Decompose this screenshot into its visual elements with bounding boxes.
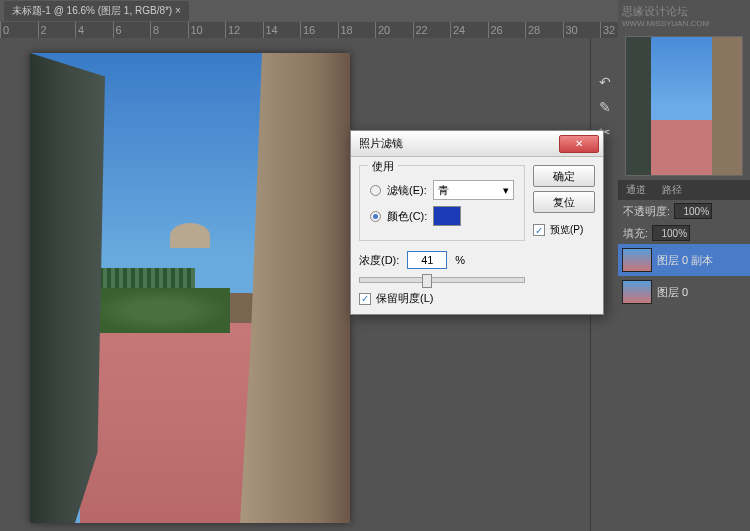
density-input[interactable] xyxy=(407,251,447,269)
fill-label: 填充: xyxy=(623,226,648,241)
layer-thumbnail xyxy=(622,248,652,272)
preserve-label: 保留明度(L) xyxy=(376,291,433,306)
filter-select[interactable]: 青▾ xyxy=(433,180,514,200)
photo-filter-dialog: 照片滤镜 ✕ 使用 滤镜(E): 青▾ 颜色(C): xyxy=(350,130,604,315)
document-tab[interactable]: 未标题-1 @ 16.6% (图层 1, RGB/8*) × xyxy=(4,1,189,21)
color-label: 颜色(C): xyxy=(387,209,427,224)
close-button[interactable]: ✕ xyxy=(559,135,599,153)
tab-paths[interactable]: 路径 xyxy=(654,180,690,200)
right-panel: 思缘设计论坛 WWW.MISSYUAN.COM 通道 路径 不透明度: 填充: … xyxy=(618,0,750,531)
layer-name: 图层 0 xyxy=(657,285,688,300)
ok-button[interactable]: 确定 xyxy=(533,165,595,187)
history-icon[interactable]: ↶ xyxy=(594,71,616,93)
density-unit: % xyxy=(455,254,465,266)
chevron-down-icon: ▾ xyxy=(503,184,509,197)
filter-label: 滤镜(E): xyxy=(387,183,427,198)
tab-channels[interactable]: 通道 xyxy=(618,180,654,200)
cancel-button[interactable]: 复位 xyxy=(533,191,595,213)
opacity-input[interactable] xyxy=(674,203,712,219)
brush-icon[interactable]: ✎ xyxy=(594,96,616,118)
density-slider[interactable] xyxy=(359,277,525,283)
panel-tabs: 通道 路径 xyxy=(618,180,750,200)
use-fieldset: 使用 滤镜(E): 青▾ 颜色(C): xyxy=(359,165,525,241)
opacity-label: 不透明度: xyxy=(623,204,670,219)
canvas-image xyxy=(30,53,350,523)
preserve-luminosity-checkbox[interactable] xyxy=(359,293,371,305)
color-radio[interactable] xyxy=(370,211,381,222)
fieldset-legend: 使用 xyxy=(368,159,398,174)
layer-row[interactable]: 图层 0 xyxy=(618,276,750,308)
color-swatch[interactable] xyxy=(433,206,461,226)
navigator-thumbnail[interactable] xyxy=(625,36,743,176)
dialog-title: 照片滤镜 xyxy=(359,136,403,151)
preview-label: 预览(P) xyxy=(550,223,583,237)
density-label: 浓度(D): xyxy=(359,253,399,268)
layer-thumbnail xyxy=(622,280,652,304)
layer-row[interactable]: 图层 0 副本 xyxy=(618,244,750,276)
fill-input[interactable] xyxy=(652,225,690,241)
filter-radio[interactable] xyxy=(370,185,381,196)
dialog-titlebar[interactable]: 照片滤镜 ✕ xyxy=(351,131,603,157)
preview-checkbox[interactable] xyxy=(533,224,545,236)
opacity-row: 不透明度: xyxy=(618,200,750,222)
watermark: 思缘设计论坛 WWW.MISSYUAN.COM xyxy=(618,0,750,32)
slider-handle[interactable] xyxy=(422,274,432,288)
density-group: 浓度(D): % xyxy=(359,251,525,283)
layer-name: 图层 0 副本 xyxy=(657,253,713,268)
fill-row: 填充: xyxy=(618,222,750,244)
